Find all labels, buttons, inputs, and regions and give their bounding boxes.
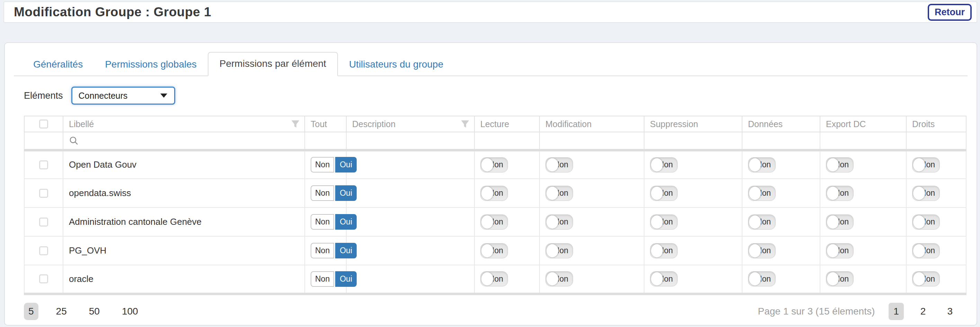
column-header-label: Description	[352, 119, 396, 129]
donnees-toggle[interactable]: Non	[748, 243, 776, 258]
tout-oui-button[interactable]: Oui	[335, 185, 357, 201]
cell-lecture: Non	[474, 207, 539, 236]
search-icon	[69, 136, 79, 145]
lecture-toggle[interactable]: Non	[480, 157, 508, 172]
toggle-knob	[827, 272, 839, 286]
cell-label: opendata.swiss	[63, 179, 305, 207]
toggle-knob	[546, 244, 558, 258]
modification-toggle[interactable]: Non	[546, 157, 573, 172]
donnees-toggle[interactable]: Non	[748, 214, 776, 230]
cell-export-dc: Non	[820, 179, 906, 207]
page-size-5[interactable]: 5	[24, 303, 38, 320]
select-all-checkbox[interactable]	[39, 120, 48, 129]
tout-non-button[interactable]: Non	[310, 271, 334, 287]
filter-cell-libelle[interactable]	[63, 132, 305, 150]
row-checkbox[interactable]	[39, 217, 48, 227]
column-header-tout[interactable]: Tout	[305, 116, 346, 132]
export-dc-toggle[interactable]: Non	[826, 214, 854, 230]
droits-toggle[interactable]: Non	[912, 243, 940, 258]
toggle-knob	[827, 158, 839, 172]
donnees-toggle[interactable]: Non	[748, 186, 776, 201]
tab-utilisateurs-du-groupe[interactable]: Utilisateurs du groupe	[338, 53, 454, 76]
lecture-toggle[interactable]: Non	[480, 243, 508, 258]
filter-cell-suppression[interactable]	[644, 132, 742, 150]
filter-cell-donnees[interactable]	[742, 132, 820, 150]
droits-toggle[interactable]: Non	[912, 214, 940, 230]
page-size-100[interactable]: 100	[118, 303, 143, 320]
toggle-knob	[546, 187, 558, 200]
row-label: opendata.swiss	[69, 188, 131, 198]
suppression-toggle[interactable]: Non	[650, 214, 678, 230]
tout-non-button[interactable]: Non	[310, 185, 334, 201]
tout-segmented-control: NonOui	[310, 271, 357, 287]
tout-oui-button[interactable]: Oui	[335, 243, 357, 258]
elements-dropdown[interactable]: Connecteurs	[72, 86, 175, 105]
tout-oui-button[interactable]: Oui	[335, 157, 357, 172]
tab-g-n-ralit-s[interactable]: Généralités	[22, 53, 94, 76]
lecture-toggle[interactable]: Non	[480, 271, 508, 287]
filter-cell-description[interactable]	[346, 132, 474, 150]
tout-segmented-control: NonOui	[310, 157, 357, 172]
page-size-25[interactable]: 25	[52, 303, 72, 320]
donnees-toggle[interactable]: Non	[748, 271, 776, 287]
export-dc-toggle[interactable]: Non	[826, 157, 854, 172]
export-dc-toggle[interactable]: Non	[826, 243, 854, 258]
lecture-toggle[interactable]: Non	[480, 186, 508, 201]
suppression-toggle[interactable]: Non	[650, 243, 678, 258]
column-header-select[interactable]	[24, 116, 63, 132]
funnel-filter-icon[interactable]	[291, 119, 300, 129]
filter-cell-droits[interactable]	[906, 132, 966, 150]
page-button-1[interactable]: 1	[889, 303, 904, 320]
toggle-knob	[827, 187, 839, 200]
filter-cell-modification[interactable]	[539, 132, 644, 150]
export-dc-toggle[interactable]: Non	[826, 271, 854, 287]
column-header-donnees[interactable]: Données	[742, 116, 820, 132]
modification-toggle[interactable]: Non	[546, 186, 573, 201]
column-header-lecture[interactable]: Lecture	[474, 116, 539, 132]
row-checkbox[interactable]	[39, 246, 48, 255]
tout-oui-button[interactable]: Oui	[335, 271, 357, 287]
tout-oui-button[interactable]: Oui	[335, 214, 357, 230]
column-header-description[interactable]: Description	[346, 116, 474, 132]
page-button-2[interactable]: 2	[916, 303, 931, 320]
droits-toggle[interactable]: Non	[912, 271, 940, 287]
modification-toggle[interactable]: Non	[546, 271, 573, 287]
tout-non-button[interactable]: Non	[310, 243, 334, 258]
column-header-libelle[interactable]: Libellé	[63, 116, 305, 132]
toggle-knob	[546, 272, 558, 286]
tab-permissions-par-l-ment[interactable]: Permissions par élément	[208, 52, 338, 76]
export-dc-toggle[interactable]: Non	[826, 186, 854, 201]
tout-non-button[interactable]: Non	[310, 214, 334, 230]
row-checkbox[interactable]	[39, 274, 48, 283]
cell-description	[346, 150, 474, 179]
column-header-export-dc[interactable]: Export DC	[820, 116, 906, 132]
cell-tout: NonOui	[305, 150, 346, 179]
filter-cell-tout[interactable]	[305, 132, 346, 150]
droits-toggle[interactable]: Non	[912, 157, 940, 172]
column-header-modification[interactable]: Modification	[539, 116, 644, 132]
retour-button[interactable]: Retour	[928, 4, 972, 21]
filter-cell-export-dc[interactable]	[820, 132, 906, 150]
page-size-50[interactable]: 50	[84, 303, 104, 320]
tout-non-button[interactable]: Non	[310, 157, 334, 172]
modification-toggle[interactable]: Non	[546, 214, 573, 230]
column-header-droits[interactable]: Droits	[906, 116, 966, 132]
suppression-toggle[interactable]: Non	[650, 186, 678, 201]
lecture-toggle[interactable]: Non	[480, 214, 508, 230]
page-button-3[interactable]: 3	[942, 303, 958, 320]
cell-tout: NonOui	[305, 236, 346, 265]
cell-droits: Non	[906, 265, 966, 294]
donnees-toggle[interactable]: Non	[748, 157, 776, 172]
modification-toggle[interactable]: Non	[546, 243, 573, 258]
row-checkbox[interactable]	[39, 160, 48, 169]
suppression-toggle[interactable]: Non	[650, 271, 678, 287]
droits-toggle[interactable]: Non	[912, 186, 940, 201]
suppression-toggle[interactable]: Non	[650, 157, 678, 172]
funnel-filter-icon[interactable]	[460, 119, 470, 129]
column-header-suppression[interactable]: Suppression	[644, 116, 742, 132]
filter-cell-lecture[interactable]	[474, 132, 539, 150]
row-checkbox[interactable]	[39, 189, 48, 198]
elements-dropdown-value: Connecteurs	[79, 91, 128, 101]
cell-lecture: Non	[474, 179, 539, 207]
tab-permissions-globales[interactable]: Permissions globales	[94, 53, 208, 76]
